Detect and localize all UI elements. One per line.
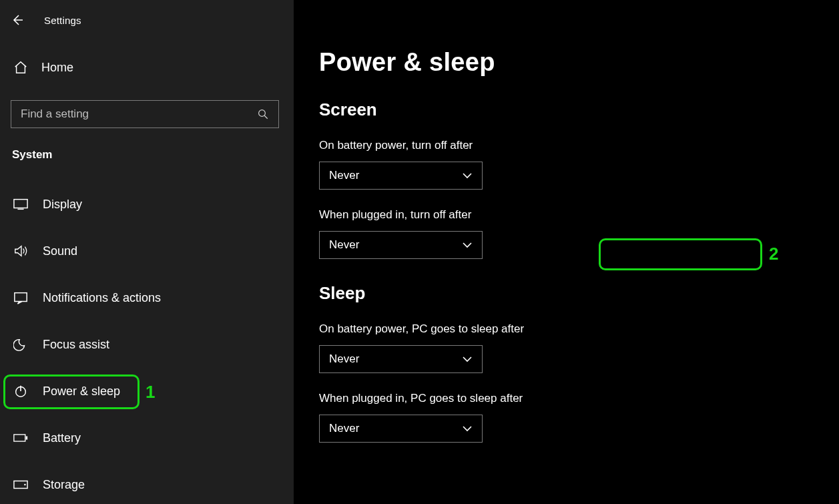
select-value: Never — [329, 422, 359, 435]
chevron-down-icon — [462, 356, 473, 362]
search-field[interactable] — [21, 107, 244, 121]
screen-battery-select[interactable]: Never — [319, 162, 483, 190]
annotation-number-1: 1 — [146, 382, 155, 403]
sleep-battery-select[interactable]: Never — [319, 345, 483, 373]
sidebar-item-label: Notifications & actions — [43, 291, 161, 305]
sleep-plugged-label: When plugged in, PC goes to sleep after — [319, 392, 839, 405]
notifications-icon — [13, 291, 28, 304]
svg-point-4 — [259, 110, 266, 117]
annotation-number-2: 2 — [769, 244, 778, 264]
screen-section: Screen On battery power, turn off after … — [319, 99, 839, 259]
sidebar-item-notifications[interactable]: Notifications & actions — [11, 282, 283, 314]
sidebar-item-sound[interactable]: Sound — [11, 235, 283, 267]
chevron-down-icon — [462, 425, 473, 432]
main-content: Power & sleep Screen On battery power, t… — [294, 0, 839, 504]
sidebar-item-label: Power & sleep — [43, 385, 120, 399]
sleep-plugged-select[interactable]: Never — [319, 415, 483, 443]
sidebar-item-label: Storage — [43, 478, 85, 492]
section-heading-screen: Screen — [319, 99, 839, 120]
search-icon — [257, 108, 269, 120]
sidebar-item-display[interactable]: Display — [11, 188, 283, 220]
section-heading-sleep: Sleep — [319, 283, 839, 304]
app-title: Settings — [44, 15, 81, 26]
power-icon — [13, 384, 28, 399]
sidebar-nav: Display Sound Notifications & actions Fo… — [11, 188, 283, 501]
screen-plugged-select[interactable]: Never — [319, 231, 483, 259]
focus-assist-icon — [13, 337, 28, 352]
select-value: Never — [329, 238, 359, 252]
sidebar-group-title: System — [11, 148, 283, 162]
screen-plugged-label: When plugged in, turn off after — [319, 208, 839, 222]
sleep-section: Sleep On battery power, PC goes to sleep… — [319, 283, 839, 443]
sidebar: Settings Home System Display Sound — [0, 0, 294, 504]
svg-point-14 — [24, 484, 26, 486]
sleep-battery-label: On battery power, PC goes to sleep after — [319, 322, 839, 336]
sidebar-item-label: Battery — [43, 431, 81, 445]
svg-rect-8 — [15, 293, 27, 302]
svg-rect-6 — [14, 200, 27, 208]
page-title: Power & sleep — [319, 48, 839, 77]
svg-rect-12 — [26, 436, 28, 439]
select-value: Never — [329, 169, 359, 182]
screen-battery-label: On battery power, turn off after — [319, 139, 839, 152]
home-icon — [13, 60, 28, 75]
chevron-down-icon — [462, 172, 473, 179]
svg-rect-11 — [14, 435, 25, 441]
sidebar-item-focus-assist[interactable]: Focus assist — [11, 328, 283, 360]
sidebar-item-home[interactable]: Home — [11, 60, 283, 75]
select-value: Never — [329, 352, 359, 366]
sidebar-item-label: Sound — [43, 244, 77, 258]
back-arrow-icon[interactable] — [11, 13, 24, 27]
sidebar-item-label: Home — [41, 61, 73, 75]
svg-line-5 — [264, 115, 268, 119]
sidebar-item-storage[interactable]: Storage — [11, 469, 283, 501]
storage-icon — [13, 480, 28, 489]
sidebar-item-label: Focus assist — [43, 338, 109, 352]
search-input[interactable] — [11, 100, 279, 128]
display-icon — [13, 198, 28, 210]
sound-icon — [13, 244, 28, 258]
chevron-down-icon — [462, 242, 473, 248]
sidebar-item-label: Display — [43, 198, 82, 212]
sidebar-item-battery[interactable]: Battery — [11, 422, 283, 454]
battery-icon — [13, 433, 28, 443]
